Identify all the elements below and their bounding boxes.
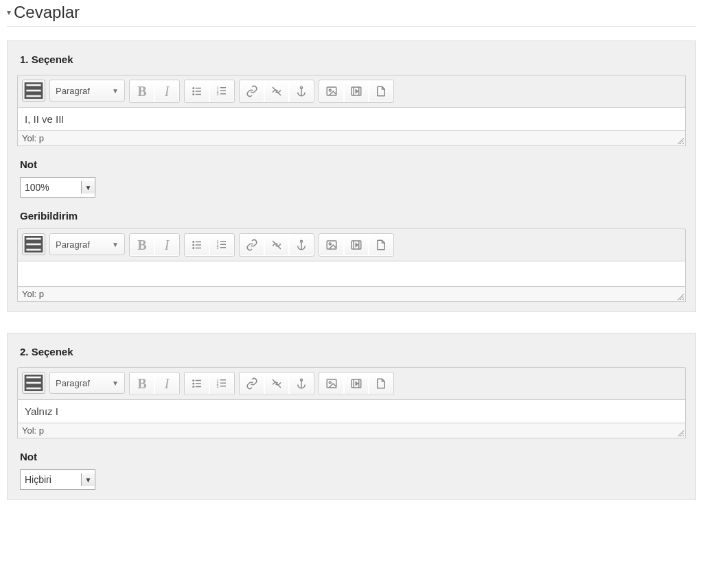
link-button[interactable] bbox=[240, 235, 264, 255]
svg-point-19 bbox=[329, 89, 331, 91]
file-button[interactable] bbox=[369, 81, 393, 102]
anchor-button[interactable] bbox=[290, 373, 313, 394]
svg-rect-56 bbox=[196, 386, 201, 388]
svg-point-64 bbox=[301, 379, 303, 381]
italic-button[interactable]: I bbox=[155, 373, 178, 394]
format-select-label: Paragraf bbox=[56, 239, 90, 250]
numbered-list-button[interactable]: 123 bbox=[210, 373, 233, 394]
numbered-list-button[interactable]: 123 bbox=[210, 235, 233, 255]
anchor-button[interactable] bbox=[290, 235, 313, 255]
image-button[interactable] bbox=[320, 373, 343, 394]
svg-rect-58 bbox=[220, 379, 226, 381]
choice-2-grade-label: Not bbox=[20, 451, 686, 462]
resize-grip-icon[interactable] bbox=[676, 428, 684, 436]
file-button[interactable] bbox=[369, 235, 393, 255]
italic-button[interactable]: I bbox=[155, 235, 178, 255]
unlink-button[interactable] bbox=[265, 235, 288, 255]
svg-point-5 bbox=[192, 91, 194, 93]
path-tag: p bbox=[39, 133, 44, 143]
format-select[interactable]: Paragraf ▼ bbox=[49, 372, 125, 394]
svg-rect-42 bbox=[327, 241, 336, 249]
choice-1-feedback-input[interactable] bbox=[17, 261, 686, 287]
svg-rect-6 bbox=[196, 91, 201, 92]
svg-rect-36 bbox=[220, 244, 226, 246]
svg-text:3: 3 bbox=[217, 92, 219, 96]
resize-grip-icon[interactable] bbox=[676, 136, 684, 144]
grade-value: 100% bbox=[25, 182, 49, 193]
svg-rect-1 bbox=[25, 89, 42, 92]
svg-rect-60 bbox=[220, 383, 226, 384]
bold-button[interactable]: B bbox=[130, 235, 154, 255]
unlink-button[interactable] bbox=[265, 373, 288, 394]
choice-2-content-input[interactable]: Yalnız I bbox=[17, 399, 686, 423]
choice-2-editor: Paragraf ▼ B I 123 Yalnız I bbox=[17, 367, 686, 438]
link-button[interactable] bbox=[240, 81, 264, 102]
anchor-button[interactable] bbox=[290, 81, 313, 102]
media-button[interactable] bbox=[345, 81, 368, 102]
svg-point-29 bbox=[192, 244, 194, 246]
bulleted-list-button[interactable] bbox=[185, 373, 209, 394]
svg-marker-47 bbox=[356, 244, 358, 247]
svg-marker-23 bbox=[356, 90, 358, 93]
svg-rect-25 bbox=[25, 242, 42, 246]
chevron-down-icon: ▼ bbox=[112, 87, 119, 95]
svg-rect-14 bbox=[220, 93, 226, 95]
choice-1-title: 1. Seçenek bbox=[20, 54, 686, 65]
choice-1-grade-select[interactable]: 100% ▼ bbox=[20, 177, 95, 198]
numbered-list-button[interactable]: 123 bbox=[210, 81, 233, 102]
collapse-triangle-icon[interactable]: ▾ bbox=[7, 8, 11, 17]
svg-rect-48 bbox=[25, 375, 42, 379]
image-button[interactable] bbox=[320, 235, 343, 255]
toolbar-toggle-button[interactable] bbox=[22, 372, 45, 394]
section-header[interactable]: ▾ Cevaplar bbox=[7, 0, 696, 27]
path-tag: p bbox=[39, 425, 44, 436]
link-button[interactable] bbox=[240, 373, 264, 394]
image-button[interactable] bbox=[320, 81, 343, 102]
svg-point-51 bbox=[192, 379, 194, 381]
toolbar-toggle-button[interactable] bbox=[22, 80, 45, 102]
toolbar-toggle-button[interactable] bbox=[22, 233, 45, 255]
svg-rect-49 bbox=[25, 381, 42, 384]
media-button[interactable] bbox=[345, 373, 368, 394]
svg-rect-50 bbox=[25, 386, 42, 390]
svg-point-53 bbox=[192, 383, 194, 385]
svg-rect-0 bbox=[25, 83, 42, 86]
choice-1-feedback-label: Geribildirim bbox=[20, 210, 686, 222]
path-prefix: Yol: bbox=[22, 133, 39, 143]
path-prefix: Yol: bbox=[22, 425, 39, 436]
media-button[interactable] bbox=[345, 235, 368, 255]
svg-point-55 bbox=[192, 386, 194, 388]
format-select[interactable]: Paragraf ▼ bbox=[49, 80, 125, 102]
dropdown-arrow-icon: ▼ bbox=[81, 181, 95, 193]
italic-button[interactable]: I bbox=[155, 81, 178, 102]
file-button[interactable] bbox=[369, 373, 393, 394]
svg-rect-10 bbox=[220, 87, 226, 89]
format-select[interactable]: Paragraf ▼ bbox=[49, 233, 125, 255]
grade-value: Hiçbiri bbox=[25, 474, 51, 485]
svg-point-43 bbox=[329, 243, 331, 245]
bold-button[interactable]: B bbox=[130, 373, 154, 394]
editor-path-bar: Yol: p bbox=[17, 287, 686, 302]
resize-grip-icon[interactable] bbox=[676, 292, 684, 300]
svg-rect-26 bbox=[25, 248, 42, 251]
svg-rect-34 bbox=[220, 241, 226, 242]
format-select-label: Paragraf bbox=[56, 378, 90, 388]
svg-rect-12 bbox=[220, 91, 226, 92]
svg-point-16 bbox=[301, 86, 303, 89]
svg-rect-66 bbox=[327, 379, 336, 388]
svg-rect-28 bbox=[196, 242, 201, 243]
svg-point-67 bbox=[329, 381, 331, 384]
choice-1-editor: Paragraf ▼ B I 123 bbox=[17, 75, 686, 146]
choice-2-grade-select[interactable]: Hiçbiri ▼ bbox=[20, 469, 95, 490]
svg-marker-71 bbox=[356, 382, 358, 386]
bulleted-list-button[interactable] bbox=[185, 81, 209, 102]
svg-rect-30 bbox=[196, 244, 201, 246]
choice-1-content-input[interactable]: I, II ve III bbox=[17, 107, 686, 131]
dropdown-arrow-icon: ▼ bbox=[81, 473, 95, 486]
svg-text:3: 3 bbox=[217, 246, 219, 250]
svg-rect-18 bbox=[327, 87, 336, 95]
bold-button[interactable]: B bbox=[130, 81, 154, 102]
bulleted-list-button[interactable] bbox=[185, 235, 209, 255]
unlink-button[interactable] bbox=[265, 81, 288, 102]
svg-point-3 bbox=[192, 87, 194, 89]
